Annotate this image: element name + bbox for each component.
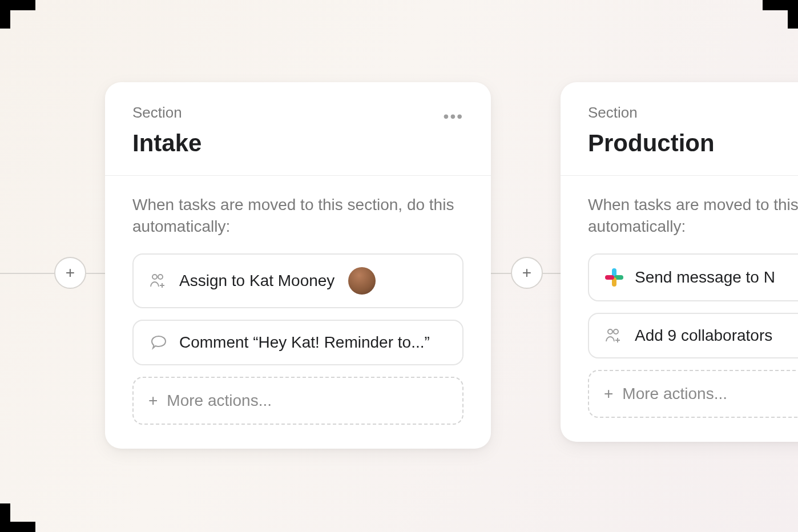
plus-icon: + (66, 265, 75, 281)
action-label: Comment “Hey Kat! Reminder to...” (179, 333, 430, 352)
card-body: When tasks are moved to this section, do… (561, 176, 798, 442)
automation-action-collaborators[interactable]: Add 9 collaborators (588, 313, 798, 358)
add-section-button[interactable]: + (54, 257, 86, 289)
comment-icon (148, 334, 169, 350)
slack-icon (604, 267, 624, 288)
automation-board: + + Section Intake ••• When tasks are mo… (0, 0, 798, 532)
action-label: Add 9 collaborators (635, 327, 772, 345)
people-icon (148, 273, 169, 289)
more-actions-label: More actions... (622, 385, 727, 403)
action-label: Send message to N (635, 268, 775, 287)
automation-instructions: When tasks are moved to this section, do… (588, 194, 798, 237)
card-header: Section Intake ••• (105, 82, 491, 176)
card-body: When tasks are moved to this section, do… (105, 176, 491, 449)
section-label: Section (132, 104, 201, 122)
more-actions-label: More actions... (167, 392, 272, 410)
automation-instructions: When tasks are moved to this section, do… (132, 194, 464, 237)
section-card-production: Section Production When tasks are moved … (561, 82, 798, 442)
avatar (348, 267, 376, 295)
more-menu-button[interactable]: ••• (444, 104, 464, 126)
automation-action-assign[interactable]: Assign to Kat Mooney (132, 253, 464, 308)
section-card-intake: Section Intake ••• When tasks are moved … (105, 82, 491, 449)
action-label: Assign to Kat Mooney (179, 272, 334, 290)
add-section-button[interactable]: + (511, 257, 543, 289)
automation-action-comment[interactable]: Comment “Hey Kat! Reminder to...” (132, 320, 464, 365)
plus-icon: + (604, 386, 613, 402)
more-actions-button[interactable]: + More actions... (132, 377, 464, 425)
svg-point-1 (158, 275, 163, 279)
more-actions-button[interactable]: + More actions... (588, 370, 798, 418)
people-icon (604, 328, 624, 344)
automation-action-slack[interactable]: Send message to N (588, 253, 798, 301)
svg-point-0 (152, 275, 157, 279)
svg-point-2 (608, 329, 612, 334)
card-header: Section Production (561, 82, 798, 176)
section-title: Production (588, 130, 715, 157)
plus-icon: + (522, 265, 531, 281)
section-title: Intake (132, 130, 201, 157)
section-label: Section (588, 104, 715, 122)
plus-icon: + (148, 393, 158, 409)
svg-point-3 (614, 329, 618, 334)
